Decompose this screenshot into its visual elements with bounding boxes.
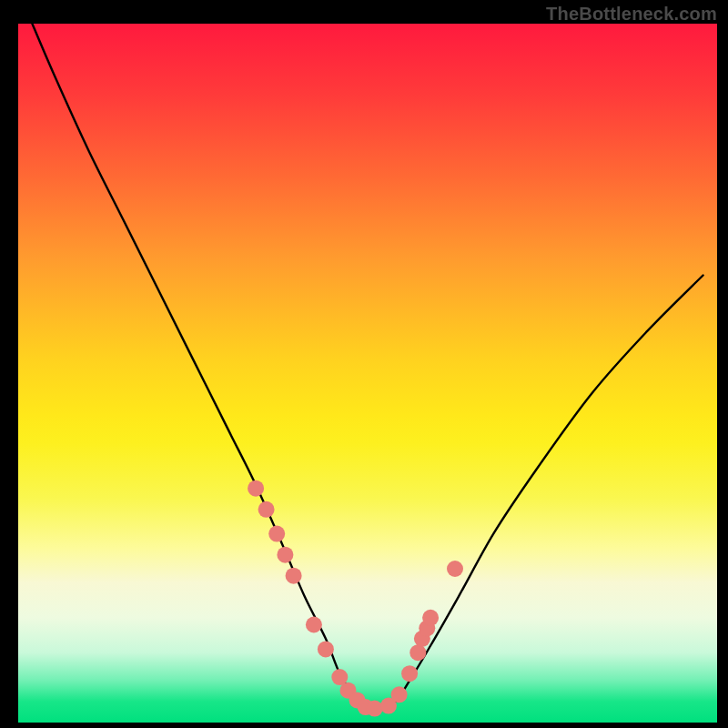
marker-dot bbox=[367, 701, 383, 717]
marker-dot bbox=[391, 686, 408, 703]
plot-area bbox=[18, 24, 717, 723]
marker-dot bbox=[248, 480, 264, 497]
chart-frame: TheBottleneck.com bbox=[0, 0, 728, 728]
marker-dot bbox=[410, 644, 426, 661]
marker-dot bbox=[286, 568, 302, 584]
chart-svg bbox=[18, 24, 717, 723]
bottleneck-curve bbox=[32, 24, 703, 710]
sample-markers bbox=[248, 480, 463, 717]
marker-dot bbox=[268, 526, 285, 542]
marker-dot bbox=[258, 501, 275, 518]
marker-dot bbox=[277, 547, 293, 563]
marker-dot bbox=[422, 610, 439, 626]
marker-dot bbox=[447, 561, 463, 577]
marker-dot bbox=[401, 665, 418, 682]
marker-dot bbox=[318, 641, 334, 657]
watermark-text: TheBottleneck.com bbox=[546, 4, 717, 25]
marker-dot bbox=[306, 617, 322, 633]
